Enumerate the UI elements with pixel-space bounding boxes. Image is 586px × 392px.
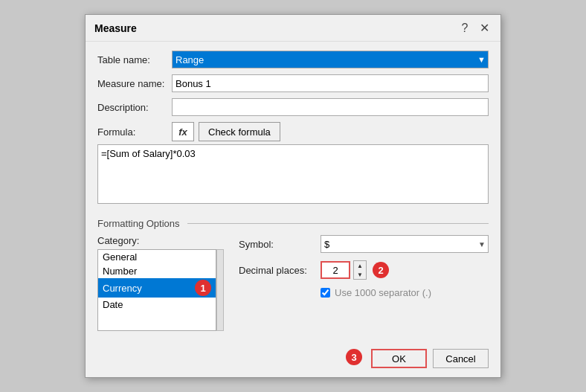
table-name-label: Table name:: [97, 54, 172, 65]
table-name-arrow: ▼: [477, 55, 486, 64]
separator-row: Use 1000 separator (.): [321, 287, 489, 298]
help-icon[interactable]: ?: [457, 22, 472, 35]
formula-row: Formula: fx Check formula: [97, 122, 489, 141]
description-input[interactable]: [172, 98, 489, 116]
category-item-number[interactable]: Number: [98, 264, 216, 278]
category-item-general[interactable]: General: [98, 250, 216, 264]
badge-3: 3: [346, 349, 362, 365]
scrollbar[interactable]: [216, 249, 224, 331]
spin-buttons: ▲ ▼: [353, 260, 367, 280]
decimal-input[interactable]: [321, 261, 350, 279]
title-bar-icons: ? ✕: [457, 21, 492, 35]
section-divider: Formatting Options: [97, 218, 489, 229]
currency-label: Currency: [103, 283, 142, 294]
formula-textarea[interactable]: =[Sum of Salary]*0.03: [97, 144, 489, 204]
spin-down-button[interactable]: ▼: [354, 270, 366, 279]
separator-label: Use 1000 separator (.): [335, 287, 431, 298]
dialog-title: Measure: [94, 22, 137, 34]
spin-up-button[interactable]: ▲: [354, 261, 366, 270]
category-item-date[interactable]: Date: [98, 298, 216, 312]
category-label: Category:: [97, 235, 224, 246]
symbol-row: Symbol: $ € £ ▼: [239, 235, 489, 253]
dialog-body: Table name: ▼ Measure name: Description:…: [86, 42, 500, 377]
badge-2: 2: [373, 262, 389, 278]
measure-name-row: Measure name:: [97, 74, 489, 92]
title-bar: Measure ? ✕: [86, 15, 500, 42]
check-formula-button[interactable]: Check formula: [199, 122, 280, 141]
category-list: General Number Currency 1 Date: [97, 249, 216, 331]
badge-1: 1: [195, 280, 211, 296]
measure-dialog: Measure ? ✕ Table name: ▼ Measure name: …: [85, 14, 501, 378]
formula-label: Formula:: [97, 126, 172, 138]
table-name-row: Table name: ▼: [97, 51, 489, 68]
formatting-section-label: Formatting Options: [97, 218, 180, 229]
measure-name-label: Measure name:: [97, 78, 172, 89]
close-icon[interactable]: ✕: [477, 21, 492, 35]
ok-button[interactable]: OK: [371, 349, 427, 368]
fx-button[interactable]: fx: [172, 122, 194, 141]
symbol-select[interactable]: $ € £: [321, 235, 489, 253]
category-item-currency[interactable]: Currency 1: [98, 278, 216, 298]
description-label: Description:: [97, 102, 172, 113]
category-wrapper: General Number Currency 1 Date: [97, 249, 224, 331]
cancel-button[interactable]: Cancel: [433, 349, 489, 368]
symbol-label: Symbol:: [239, 239, 321, 250]
symbol-select-wrapper: $ € £ ▼: [321, 235, 489, 253]
decimal-wrapper: ▲ ▼ 2: [321, 260, 389, 280]
button-row: 3 OK Cancel: [97, 343, 489, 368]
right-section: Symbol: $ € £ ▼ Decimal places:: [239, 235, 489, 331]
description-row: Description:: [97, 98, 489, 116]
decimal-row: Decimal places: ▲ ▼ 2: [239, 260, 489, 280]
category-section: Category: General Number Currency 1 Date: [97, 235, 224, 331]
decimal-label: Decimal places:: [239, 265, 321, 276]
measure-name-input[interactable]: [172, 74, 489, 92]
separator-checkbox[interactable]: [321, 288, 330, 298]
fx-label: fx: [178, 126, 187, 138]
divider-line: [187, 223, 489, 224]
table-name-input[interactable]: [172, 51, 489, 68]
formatting-area: Category: General Number Currency 1 Date: [97, 235, 489, 331]
